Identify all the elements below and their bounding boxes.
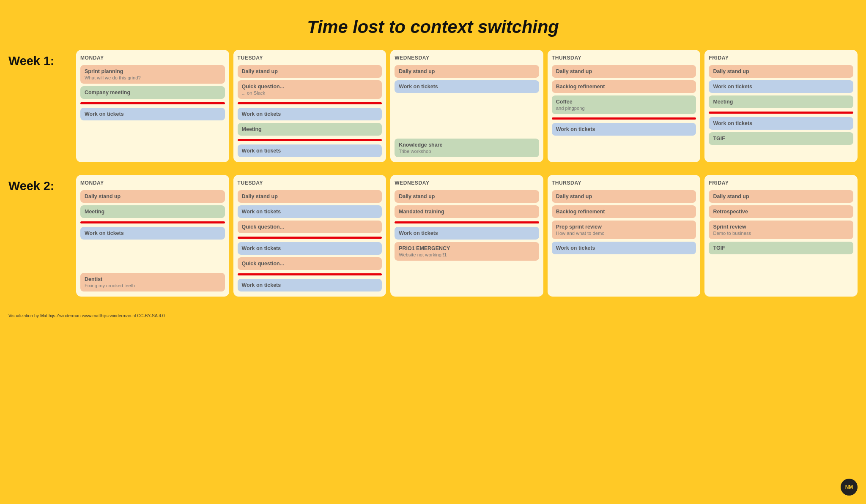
event-card-w2-d1-e0: Daily stand up [80,190,225,203]
event-card-w2-d4-e3: Work on tickets [552,242,696,254]
divider-w1-d2-e5 [238,139,382,141]
day-header-w1-d4: THURSDAY [552,55,696,61]
day-column-w2-d4: THURSDAYDaily stand upBacklog refinement… [548,175,701,297]
event-card-w1-d3-e0: Daily stand up [395,65,539,78]
day-column-w1-d1: MONDAYSprint planningWhat will we do thi… [76,50,229,162]
event-text-w2-d2-e4: Work on tickets [242,245,281,251]
event-card-w2-d3-e4: PRIO1 EMERGENCYWebsite not working!!1 [395,242,539,261]
event-card-w1-d4-e0: Daily stand up [552,65,696,78]
event-text-w1-d4-e0: Daily stand up [556,68,592,74]
event-card-w2-d2-e4: Work on tickets [238,242,382,255]
event-text-w1-d4-e4: Work on tickets [556,126,595,132]
event-text-w1-d2-e4: Meeting [242,126,262,132]
days-grid-week-2: MONDAYDaily stand upMeetingWork on ticke… [76,175,858,297]
event-card-w1-d5-e0: Daily stand up [709,65,853,78]
event-card-w2-d2-e1: Work on tickets [238,205,382,218]
week-label-2: Week 2: [8,175,76,193]
event-card-w1-d4-e1: Backlog refinement [552,80,696,93]
event-card-w2-d3-e1: Mandated training [395,205,539,218]
event-text-w2-d4-e3: Work on tickets [556,245,595,251]
event-sub-w1-d1-e0: What will we do this grind? [85,75,221,80]
day-header-w1-d3: WEDNESDAY [395,55,539,61]
event-card-w1-d2-e0: Daily stand up [238,65,382,78]
event-card-w1-d4-e2: Coffeeand pingpong [552,95,696,114]
divider-w1-d5-e3 [709,112,853,114]
day-column-w1-d5: FRIDAYDaily stand upWork on ticketsMeeti… [704,50,858,162]
page-title: Time lost to context switching [8,8,858,50]
day-column-w2-d3: WEDNESDAYDaily stand upMandated training… [390,175,543,297]
divider-w1-d4-e3 [552,117,696,120]
event-card-w2-d4-e0: Daily stand up [552,190,696,203]
event-sub-w2-d1-e5: Fixing my crooked teeth [85,283,221,288]
event-text-w1-d5-e5: TGIF [713,136,725,142]
event-text-w2-d3-e3: Work on tickets [399,230,438,236]
event-text-w2-d1-e5: Dentist [85,276,102,282]
event-text-w2-d2-e2: Quick question... [242,224,284,230]
event-sub-w2-d5-e2: Demo to business [713,231,849,236]
event-text-w1-d1-e1: Company meeting [85,90,130,95]
event-card-w1-d5-e1: Work on tickets [709,80,853,93]
day-header-w2-d5: FRIDAY [709,180,853,186]
divider-w2-d2-e3 [238,237,382,239]
event-card-w1-d2-e3: Work on tickets [238,108,382,120]
event-text-w2-d1-e1: Meeting [85,209,104,215]
event-text-w1-d3-e0: Daily stand up [399,68,435,74]
day-column-w2-d2: TUESDAYDaily stand upWork on ticketsQuic… [233,175,386,297]
event-sub-w1-d4-e2: and pingpong [556,106,692,111]
event-card-w1-d1-e3: Work on tickets [80,108,225,120]
day-column-w1-d3: WEDNESDAYDaily stand upWork on ticketsKn… [390,50,543,162]
day-column-w2-d1: MONDAYDaily stand upMeetingWork on ticke… [76,175,229,297]
week-section-1: Week 1:MONDAYSprint planningWhat will we… [8,50,858,162]
event-card-w1-d1-e0: Sprint planningWhat will we do this grin… [80,65,225,84]
week-label-1: Week 1: [8,50,76,68]
event-sub-w1-d2-e1: ... on Slack [242,90,378,95]
event-text-w1-d3-e3: Knowledge share [399,142,442,148]
event-sub-w1-d3-e3: Tribe workshop [399,149,535,154]
day-header-w2-d1: MONDAY [80,180,225,186]
event-text-w1-d2-e3: Work on tickets [242,111,281,117]
event-card-w2-d4-e1: Backlog refinement [552,205,696,218]
event-text-w2-d2-e0: Daily stand up [242,193,278,199]
event-text-w1-d5-e2: Meeting [713,99,733,105]
event-text-w2-d4-e0: Daily stand up [556,193,592,199]
event-card-w1-d3-e3: Knowledge shareTribe workshop [395,139,539,157]
event-card-w2-d5-e2: Sprint reviewDemo to business [709,221,853,239]
event-text-w2-d4-e1: Backlog refinement [556,209,605,215]
event-card-w1-d4-e4: Work on tickets [552,123,696,136]
event-text-w1-d5-e1: Work on tickets [713,84,752,90]
week-section-2: Week 2:MONDAYDaily stand upMeetingWork o… [8,175,858,297]
event-text-w2-d1-e0: Daily stand up [85,193,121,199]
event-card-w2-d3-e0: Daily stand up [395,190,539,203]
day-header-w1-d5: FRIDAY [709,55,853,61]
event-text-w2-d5-e2: Sprint review [713,224,746,230]
event-text-w1-d5-e0: Daily stand up [713,68,749,74]
event-card-w2-d1-e3: Work on tickets [80,227,225,240]
event-card-w2-d2-e7: Work on tickets [238,279,382,292]
event-card-w2-d5-e1: Retrospective [709,205,853,218]
divider-w2-d3-e2 [395,221,539,223]
event-card-w2-d2-e0: Daily stand up [238,190,382,203]
event-card-w1-d2-e1: Quick question...... on Slack [238,80,382,99]
event-card-w1-d1-e1: Company meeting [80,86,225,99]
divider-w2-d1-e2 [80,221,225,223]
event-card-w1-d5-e5: TGIF [709,132,853,145]
divider-w1-d1-e2 [80,102,225,104]
event-text-w2-d2-e7: Work on tickets [242,282,281,288]
event-text-w2-d5-e3: TGIF [713,245,725,251]
event-text-w1-d4-e2: Coffee [556,99,573,105]
day-column-w2-d5: FRIDAYDaily stand upRetrospectiveSprint … [704,175,858,297]
event-text-w2-d5-e1: Retrospective [713,209,748,215]
event-text-w1-d1-e3: Work on tickets [85,111,124,117]
days-grid-week-1: MONDAYSprint planningWhat will we do thi… [76,50,858,162]
event-card-w2-d4-e2: Prep sprint reviewHow and what to demo [552,221,696,239]
day-column-w1-d4: THURSDAYDaily stand upBacklog refinement… [548,50,701,162]
event-text-w2-d4-e2: Prep sprint review [556,224,602,230]
author-logo: NM [841,479,858,496]
event-card-w1-d2-e6: Work on tickets [238,144,382,157]
event-text-w2-d3-e1: Mandated training [399,209,444,215]
event-card-w2-d5-e3: TGIF [709,242,853,254]
event-text-w1-d2-e1: Quick question... [242,84,284,90]
footer-text: Visualization by Matthijs Zwinderman www… [8,309,858,318]
event-card-w2-d3-e3: Work on tickets [395,227,539,240]
event-sub-w2-d3-e4: Website not working!!1 [399,252,535,257]
